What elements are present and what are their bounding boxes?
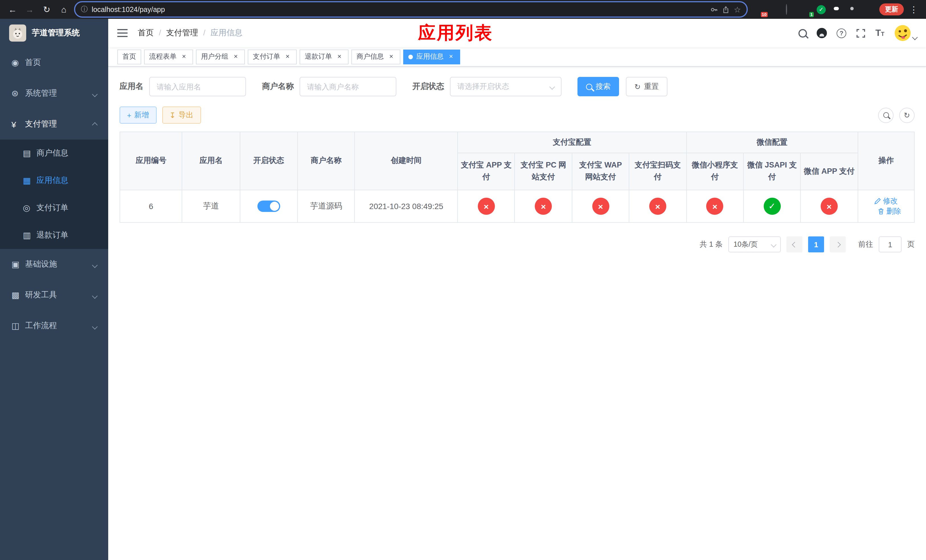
tags-view: 首页 流程表单× 用户分组× 支付订单× 退款订单× 商户信息× 应用信息× — [108, 47, 926, 67]
browser-home-icon[interactable]: ⌂ — [57, 3, 71, 16]
col-alipay-pc: 支付宝 PC 网站支付 — [515, 153, 572, 190]
page-number-1[interactable]: 1 — [808, 236, 824, 252]
share-icon[interactable] — [722, 5, 730, 14]
tab-refund-order[interactable]: 退款订单× — [300, 49, 348, 64]
plus-icon: + — [127, 111, 131, 119]
refresh-icon: ↻ — [634, 83, 641, 90]
breadcrumb-home[interactable]: 首页 — [138, 28, 154, 38]
tab-pay-order[interactable]: 支付订单× — [248, 49, 297, 64]
toggle-search-button[interactable] — [878, 107, 894, 123]
close-icon[interactable]: × — [387, 53, 395, 61]
top-navbar: 首页 支付管理 应用信息 应用列表 ? TT — [108, 19, 926, 47]
col-app-name: 应用名 — [182, 132, 240, 190]
table-toolbar: + 新增 ↧ 导出 ↻ — [120, 106, 915, 124]
site-info-icon[interactable]: ⓘ — [81, 5, 88, 14]
github-icon[interactable] — [817, 28, 827, 38]
bookmark-star-icon[interactable]: ☆ — [734, 5, 741, 14]
profile-avatar[interactable] — [862, 4, 873, 15]
sidebar-item-home[interactable]: ◉ 首页 — [0, 47, 108, 78]
extension-blue-icon[interactable] — [770, 4, 780, 15]
merchant-name-input[interactable] — [300, 77, 396, 96]
status-cross-icon: × — [592, 198, 609, 215]
sidebar-item-refund-order[interactable]: ▥ 退款订单 — [0, 222, 108, 249]
sidebar-item-workflow[interactable]: ◫ 工作流程 — [0, 310, 108, 341]
screen: ← → ↻ ⌂ ⓘ localhost:1024/pay/app ☆ 10 1 … — [0, 0, 926, 560]
col-alipay-wap: 支付宝 WAP 网站支付 — [572, 153, 629, 190]
chrome-update-button[interactable]: 更新 — [879, 3, 904, 15]
search-icon[interactable] — [799, 29, 807, 37]
close-icon[interactable]: × — [336, 53, 343, 61]
close-icon[interactable]: × — [232, 53, 240, 61]
fullscreen-icon[interactable] — [856, 28, 865, 38]
cell-actions: 修改 删除 — [858, 190, 914, 222]
status-toggle[interactable] — [257, 201, 280, 212]
infra-icon: ▣ — [11, 259, 25, 269]
goto-page-input[interactable] — [879, 236, 902, 252]
sidebar-item-merchant-info[interactable]: ▤ 商户信息 — [0, 139, 108, 167]
page-content: 应用名 商户名称 开启状态 请选择开启状态 搜索 ↻ 重置 — [108, 67, 926, 560]
next-page-button[interactable] — [830, 236, 846, 252]
breadcrumb-payment[interactable]: 支付管理 — [154, 28, 198, 38]
breadcrumb: 首页 支付管理 应用信息 — [138, 28, 243, 38]
sidebar-item-infrastructure[interactable]: ▣ 基础设施 — [0, 249, 108, 280]
extension-badge: 1 — [809, 12, 814, 17]
tab-app-info[interactable]: 应用信息× — [403, 49, 460, 64]
close-icon[interactable]: × — [447, 53, 455, 61]
user-avatar[interactable] — [894, 24, 917, 42]
url-bar[interactable]: ⓘ localhost:1024/pay/app ☆ — [74, 1, 748, 18]
help-icon[interactable]: ? — [837, 28, 846, 38]
reset-button[interactable]: ↻ 重置 — [626, 77, 667, 96]
edit-button[interactable]: 修改 — [875, 196, 898, 206]
browser-chrome: ← → ↻ ⌂ ⓘ localhost:1024/pay/app ☆ 10 1 … — [0, 0, 926, 19]
prev-page-button[interactable] — [787, 236, 802, 252]
extension-avatar-icon[interactable]: 1 — [801, 4, 811, 15]
app-logo-image — [9, 24, 26, 42]
close-icon[interactable]: × — [180, 53, 188, 61]
tab-user-group[interactable]: 用户分组× — [196, 49, 245, 64]
tab-process-form[interactable]: 流程表单× — [144, 49, 193, 64]
yen-icon: ¥ — [11, 120, 25, 129]
font-size-icon[interactable]: TT — [875, 29, 884, 37]
search-button[interactable]: 搜索 — [578, 77, 619, 96]
close-icon[interactable]: × — [284, 53, 292, 61]
browser-menu-icon[interactable]: ⋮ — [907, 4, 920, 15]
hamburger-icon[interactable] — [117, 29, 127, 37]
status-select[interactable]: 请选择开启状态 — [450, 77, 561, 96]
extension-grid-icon[interactable]: 10 — [755, 4, 765, 15]
extension-dark-icon[interactable] — [785, 4, 796, 15]
refresh-table-button[interactable]: ↻ — [899, 107, 915, 123]
tab-home[interactable]: 首页 — [117, 49, 141, 64]
add-button[interactable]: + 新增 — [120, 106, 156, 124]
sidebar-item-dev-tools[interactable]: ▩ 研发工具 — [0, 280, 108, 310]
delete-button[interactable]: 删除 — [878, 206, 901, 216]
col-created: 创建时间 — [355, 132, 458, 190]
browser-back-icon[interactable]: ← — [6, 3, 20, 16]
extension-pin-icon[interactable] — [847, 4, 857, 15]
grid-icon: ▦ — [23, 176, 36, 186]
page-size-select[interactable]: 10条/页 — [728, 236, 781, 252]
sidebar-item-label: 商户信息 — [36, 148, 68, 158]
extension-wechat-icon[interactable] — [831, 4, 842, 15]
tab-merchant-info[interactable]: 商户信息× — [351, 49, 400, 64]
password-key-icon[interactable] — [710, 5, 719, 14]
sidebar-item-app-info[interactable]: ▦ 应用信息 — [0, 167, 108, 194]
col-alipay-qr: 支付宝扫码支付 — [629, 153, 686, 190]
app-logo[interactable]: 芋道管理系统 — [0, 19, 108, 47]
browser-forward-icon[interactable]: → — [23, 3, 36, 16]
status-cross-icon: × — [821, 198, 838, 215]
browser-reload-icon[interactable]: ↻ — [40, 3, 53, 16]
status-cross-icon: × — [478, 198, 495, 215]
sidebar-item-pay-order[interactable]: ◎ 支付订单 — [0, 194, 108, 222]
sidebar-item-label: 基础设施 — [25, 259, 57, 269]
sidebar-item-label: 应用信息 — [36, 176, 68, 186]
app-name-input[interactable] — [149, 77, 246, 96]
extensions-area: 10 1 ✓ — [751, 4, 876, 15]
sidebar-item-system[interactable]: ⊛ 系统管理 — [0, 78, 108, 109]
sidebar-item-payment[interactable]: ¥ 支付管理 — [0, 109, 108, 139]
col-merchant: 商户名称 — [298, 132, 355, 190]
dashboard-icon: ◉ — [11, 58, 25, 68]
export-button[interactable]: ↧ 导出 — [162, 106, 201, 124]
trash-icon — [878, 208, 885, 215]
status-cross-icon: × — [535, 198, 552, 215]
extension-check-icon[interactable]: ✓ — [816, 4, 826, 15]
